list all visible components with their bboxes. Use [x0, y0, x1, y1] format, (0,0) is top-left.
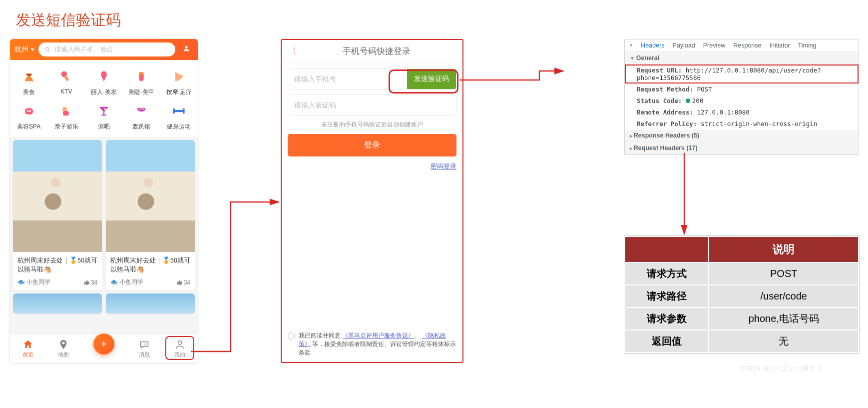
svg-rect-8 [63, 111, 69, 116]
svg-point-6 [29, 110, 31, 112]
thumb-up-icon [84, 280, 90, 286]
spec-header-desc: 说明 [709, 236, 859, 262]
terms-link[interactable]: 《黑马点评用户服务协议》 [342, 332, 414, 339]
tab-response[interactable]: Response [733, 42, 761, 49]
watermark: CSDN @(一(工)一)霸天下 [741, 364, 823, 373]
feed: 杭州周末好去处｜🏅50就可以骑马啦🐴 🐟 小鱼同学 34 杭州周末好去处｜🏅50… [10, 137, 198, 294]
svg-rect-13 [173, 108, 175, 114]
page-title: 发送短信验证码 [16, 10, 855, 30]
svg-rect-14 [183, 108, 185, 114]
tab-home[interactable]: 首页 [22, 339, 33, 358]
card-image [13, 140, 102, 252]
header-user-icon[interactable] [179, 44, 193, 54]
svg-point-10 [139, 108, 141, 110]
feed-card[interactable] [106, 294, 195, 314]
send-code-button[interactable]: 发送验证码 [407, 69, 456, 89]
card-author: 🐟 小鱼同学 [17, 278, 50, 286]
svg-rect-3 [139, 72, 143, 76]
search-icon [44, 46, 51, 53]
map-icon [58, 339, 69, 350]
password-login-link[interactable]: 密码登录 [431, 163, 456, 170]
cat-food[interactable]: 美食 [10, 65, 47, 100]
tab-mine[interactable]: 我的 [174, 339, 185, 358]
svg-point-15 [142, 344, 143, 344]
section-general[interactable]: General [625, 52, 859, 64]
cat-nail[interactable]: 美睫·美甲 [123, 65, 160, 100]
svg-point-11 [142, 108, 144, 110]
svg-rect-12 [174, 110, 184, 112]
tab-headers[interactable]: Headers [641, 42, 664, 49]
tab-msg[interactable]: 消息 [139, 339, 150, 358]
svg-point-5 [26, 110, 28, 112]
devtools-panel: × Headers Payload Preview Response Initi… [624, 39, 859, 155]
cat-spa[interactable]: 美容SPA [10, 100, 47, 134]
app-header: 杭州 请输入商户名、地点 [10, 39, 198, 60]
table-row: 请求参数phone,电话号码 [625, 308, 859, 330]
request-method: Request Method: POST [625, 84, 859, 95]
svg-point-7 [62, 107, 67, 112]
section-response-headers[interactable]: Response Headers (5) [625, 130, 859, 142]
tab-map[interactable]: 地图 [58, 339, 69, 358]
user-icon [174, 339, 185, 350]
status-code: Status Code: 200 [625, 95, 859, 106]
user-icon [182, 44, 190, 52]
tab-timing[interactable]: Timing [798, 42, 817, 49]
card-likes[interactable]: 34 [177, 279, 190, 286]
cat-party[interactable]: 轰趴馆 [123, 100, 160, 134]
remote-address: Remote Address: 127.0.0.1:8080 [625, 106, 859, 118]
code-input[interactable] [288, 95, 456, 115]
login-title: 手机号码快捷登录 [297, 46, 456, 57]
chat-icon [139, 339, 150, 350]
cat-fitness[interactable]: 健身运动 [160, 100, 198, 134]
feed-card[interactable]: 杭州周末好去处｜🏅50就可以骑马啦🐴 🐟 小鱼同学 34 [106, 140, 195, 290]
chevron-down-icon [30, 48, 34, 51]
tab-initiator[interactable]: Initiator [770, 42, 790, 49]
agreement-text: 我已阅读并同意 《黑马点评用户服务协议》、 《隐私政策》 等，接受免除或者限制责… [299, 332, 456, 357]
close-icon[interactable]: × [629, 42, 633, 49]
card-image [106, 140, 195, 252]
cat-massage[interactable]: 按摩·足疗 [160, 65, 198, 100]
devtools-tabs: × Headers Payload Preview Response Initi… [625, 40, 859, 52]
cat-beauty[interactable]: 丽人·美发 [85, 65, 122, 100]
svg-point-9 [104, 108, 106, 110]
table-row: 返回值无 [625, 330, 859, 352]
feed-card[interactable] [13, 294, 102, 314]
mobile-app: 杭州 请输入商户名、地点 美食 KTV 丽人·美发 美睫·美甲 按摩·足疗 美容… [10, 39, 198, 363]
cat-bar[interactable]: 酒吧 [85, 100, 122, 134]
city-picker[interactable]: 杭州 [14, 45, 34, 54]
plus-icon [99, 339, 109, 349]
agree-checkbox[interactable] [288, 332, 295, 340]
section-request-headers[interactable]: Request Headers (17) [625, 142, 859, 154]
card-title: 杭州周末好去处｜🏅50就可以骑马啦🐴 [110, 256, 190, 274]
svg-point-17 [145, 344, 146, 344]
search-input[interactable]: 请输入商户名、地点 [38, 42, 175, 56]
spec-header-empty [625, 236, 709, 262]
svg-point-16 [144, 344, 145, 344]
login-screen: 〈 手机号码快捷登录 发送验证码 未注册的手机号码验证后自动创建账户 登录 密码… [281, 39, 463, 363]
svg-rect-1 [64, 75, 69, 81]
card-title: 杭州周末好去处｜🏅50就可以骑马啦🐴 [17, 256, 97, 274]
tabbar: 首页 地图 消息 我的 [10, 334, 198, 363]
home-icon [22, 339, 33, 350]
back-button[interactable]: 〈 [288, 45, 297, 57]
card-likes[interactable]: 34 [84, 279, 97, 286]
tab-preview[interactable]: Preview [703, 42, 725, 49]
svg-rect-4 [24, 108, 32, 114]
agreement: 我已阅读并同意 《黑马点评用户服务协议》、 《隐私政策》 等，接受免除或者限制责… [288, 332, 456, 357]
compose-button[interactable] [93, 334, 114, 354]
card-author: 🐟 小鱼同学 [110, 278, 143, 286]
request-url: Request URL: http://127.0.0.1:8080/api/u… [625, 64, 859, 84]
thumb-up-icon [177, 280, 183, 286]
phone-field: 发送验证码 [288, 68, 456, 90]
phone-input[interactable] [288, 69, 407, 89]
city-label: 杭州 [14, 45, 28, 54]
feed-card[interactable]: 杭州周末好去处｜🏅50就可以骑马啦🐴 🐟 小鱼同学 34 [13, 140, 102, 290]
login-button[interactable]: 登录 [288, 134, 456, 156]
table-row: 请求路径/user/code [625, 285, 859, 308]
cat-ktv[interactable]: KTV [47, 65, 85, 100]
cat-kids[interactable]: 亲子游乐 [47, 100, 85, 134]
code-field [288, 94, 456, 116]
table-row: 请求方式POST [625, 262, 859, 285]
register-note: 未注册的手机号码验证后自动创建账户 [288, 120, 456, 129]
tab-payload[interactable]: Payload [673, 42, 695, 49]
